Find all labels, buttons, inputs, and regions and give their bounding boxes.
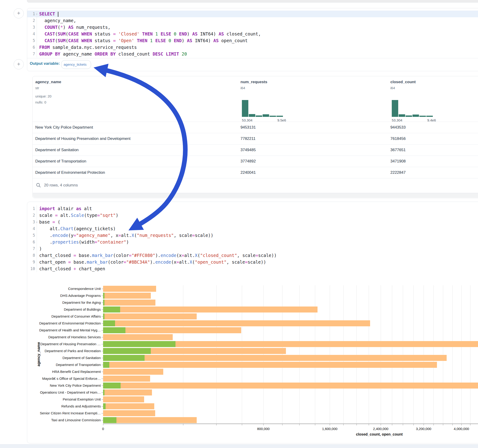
code-line[interactable]: 4 alt.Chart(agency_tickets) bbox=[27, 225, 478, 232]
sql-code-editor[interactable]: 1∨SELECT 2 agency_name,3 COUNT(*) AS num… bbox=[27, 11, 478, 57]
table-row: Department of Sanitation37494853677651 bbox=[32, 144, 478, 156]
bar-open_count bbox=[103, 327, 126, 333]
x-tick bbox=[381, 424, 381, 425]
cell-num-requests: 7782211 bbox=[240, 137, 256, 141]
code-line[interactable]: 1import altair as alt bbox=[27, 205, 478, 212]
gridline bbox=[357, 285, 357, 423]
table-row: Department of Transportation377489234719… bbox=[32, 156, 478, 167]
footer-divider bbox=[32, 178, 478, 178]
y-tick bbox=[101, 289, 103, 289]
sql-cell: 1∨SELECT 2 agency_name,3 COUNT(*) AS num… bbox=[27, 8, 478, 71]
code-line[interactable]: 3∨base = ( bbox=[27, 219, 478, 225]
x-tick-label: 4,000,000 bbox=[454, 427, 469, 431]
bar-closed_count bbox=[103, 376, 150, 382]
table-row: Department of Housing Preservation and D… bbox=[32, 133, 478, 144]
bar-closed_count bbox=[103, 403, 154, 409]
column-header[interactable]: closed_count bbox=[390, 80, 416, 84]
cell-closed-count: 3677651 bbox=[390, 148, 406, 152]
gridline bbox=[443, 285, 443, 423]
bar-open_count bbox=[103, 300, 104, 305]
y-category-label: Mayorâ€ s Office of Special Enforce… bbox=[34, 375, 101, 382]
y-category-label: Department of Consumer Affairs bbox=[34, 313, 101, 320]
x-tick-label: 1,600,000 bbox=[322, 427, 338, 431]
bar-open_count bbox=[103, 341, 176, 347]
code-line[interactable]: 3 COUNT(*) AS num_requests, bbox=[27, 24, 478, 31]
code-line[interactable]: 4 CAST(SUM(CASE WHEN status = 'Closed' T… bbox=[27, 31, 478, 37]
column-stat: nulls: 0 bbox=[35, 100, 46, 104]
y-category-label: DHS Advantage Programs bbox=[34, 292, 101, 299]
code-line[interactable]: 1∨SELECT bbox=[27, 11, 478, 17]
column-header[interactable]: num_requests bbox=[240, 80, 267, 84]
x-tick bbox=[263, 424, 264, 425]
y-tick bbox=[101, 406, 103, 406]
y-category-label: Refunds and Adjustments bbox=[34, 403, 101, 410]
bar-open_count bbox=[103, 313, 104, 319]
bar-closed_count bbox=[103, 300, 155, 305]
code-line[interactable]: 7GROUP BY agency_name ORDER BY closed_co… bbox=[27, 51, 478, 57]
y-tick bbox=[101, 330, 103, 330]
cell-agency-name: New York City Police Department bbox=[35, 125, 93, 130]
x-tick bbox=[453, 424, 453, 425]
x-tick bbox=[392, 424, 392, 425]
x-tick bbox=[299, 424, 300, 425]
x-tick bbox=[357, 424, 357, 425]
table-row: New York City Police Department945313194… bbox=[32, 122, 478, 133]
y-category-label: HRA Benefit Card Replacement bbox=[34, 368, 101, 375]
gridline bbox=[392, 285, 392, 423]
plus-icon: + bbox=[17, 10, 20, 16]
cell-closed-count: 9443533 bbox=[390, 125, 406, 130]
gridline bbox=[424, 285, 424, 423]
add-cell-button-middle[interactable]: + bbox=[14, 59, 24, 69]
bar-closed_count bbox=[103, 334, 173, 340]
column-histogram bbox=[392, 99, 433, 117]
line-number: 9 bbox=[27, 259, 35, 266]
bar-closed_count bbox=[103, 293, 151, 299]
cell-closed-count: 3471908 bbox=[390, 159, 406, 164]
gridline bbox=[453, 285, 453, 423]
code-line[interactable]: 6 .properties(width="container") bbox=[27, 239, 478, 245]
previous-cell-edge bbox=[27, 0, 478, 3]
code-line[interactable]: 9chart_open = base.mark_bar(color="#8BC3… bbox=[27, 259, 478, 266]
output-variable-input[interactable]: agency_tickets bbox=[61, 60, 91, 69]
gridline bbox=[369, 285, 369, 423]
x-tick bbox=[413, 424, 414, 425]
x-tick bbox=[315, 424, 315, 425]
cell-num-requests: 3749485 bbox=[240, 148, 256, 152]
code-line[interactable]: 2 agency_name, bbox=[27, 17, 478, 24]
output-variable-label: Output variable: bbox=[30, 61, 60, 66]
gridline bbox=[381, 285, 381, 423]
cell-num-requests: 3774892 bbox=[240, 159, 256, 164]
gridline bbox=[330, 285, 330, 423]
python-code-editor[interactable]: 1import altair as alt2scale = alt.Scale(… bbox=[27, 205, 478, 272]
code-line[interactable]: 6FROM sample_data.nyc.service_requests bbox=[27, 44, 478, 51]
code-line[interactable]: 5 CAST(SUM(CASE WHEN status = 'Open' THE… bbox=[27, 37, 478, 44]
x-tick bbox=[343, 424, 344, 425]
bar-closed_count bbox=[103, 389, 152, 395]
search-icon[interactable] bbox=[36, 183, 41, 189]
cell-agency-name: Department of Sanitation bbox=[35, 148, 79, 152]
x-tick-label: 2,400,000 bbox=[373, 427, 389, 431]
x-tick bbox=[183, 424, 183, 425]
bar-closed_count bbox=[103, 355, 447, 361]
column-histogram bbox=[242, 99, 283, 117]
cell-agency-name: Department of Transportation bbox=[35, 159, 86, 164]
add-cell-button-top[interactable]: + bbox=[14, 8, 24, 19]
gridline bbox=[343, 285, 344, 423]
code-line[interactable]: 7) bbox=[27, 245, 478, 252]
y-tick bbox=[101, 365, 103, 365]
bar-closed_count bbox=[103, 369, 163, 375]
code-line[interactable]: 2scale = alt.Scale(type="sqrt") bbox=[27, 212, 478, 219]
code-line[interactable]: 5 .encode(y="agency_name", x=alt.X("num_… bbox=[27, 232, 478, 239]
line-number: 6 bbox=[27, 44, 35, 51]
gridline bbox=[315, 285, 315, 423]
line-number: 3 bbox=[27, 24, 35, 31]
horizontal-scrollbar[interactable] bbox=[33, 193, 478, 198]
text-cursor bbox=[58, 12, 58, 17]
code-line[interactable]: 10chart_closed + chart_open bbox=[27, 266, 478, 272]
gridline bbox=[403, 285, 403, 423]
code-line[interactable]: 8chart_closed = base.mark_bar(color="#FF… bbox=[27, 252, 478, 259]
y-tick bbox=[101, 420, 103, 420]
line-number: 6 bbox=[27, 239, 35, 245]
column-header[interactable]: agency_name bbox=[35, 80, 61, 84]
gridline bbox=[434, 285, 434, 423]
